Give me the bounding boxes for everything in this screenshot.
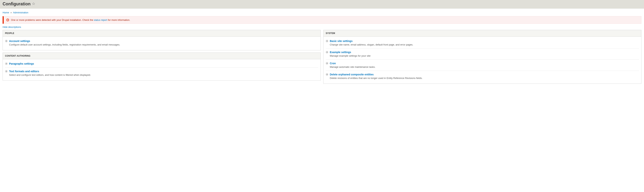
status-report-link[interactable]: status report bbox=[94, 19, 107, 21]
error-prefix: One or more problems were detected with … bbox=[11, 19, 94, 21]
chevron-right-icon bbox=[326, 62, 328, 65]
left-column: PEOPLEAccount settingsConfigure default … bbox=[2, 30, 321, 81]
content-area: Home » Administration ✕ One or more prob… bbox=[0, 9, 644, 86]
panels-container: PEOPLEAccount settingsConfigure default … bbox=[2, 30, 642, 84]
error-suffix: for more information. bbox=[107, 19, 130, 21]
config-item-desc: Delete revisions of entities that are no… bbox=[330, 77, 639, 79]
hide-descriptions-link[interactable]: Hide descriptions bbox=[2, 26, 21, 28]
panel-header: CONTENT AUTHORING bbox=[3, 53, 320, 59]
config-item: CronManage automatic site maintenance ta… bbox=[326, 59, 639, 71]
error-icon: ✕ bbox=[6, 19, 9, 21]
config-item: Delete orphaned composite entitiesDelete… bbox=[326, 71, 639, 82]
panel-body: Basic site settingsChange site name, ema… bbox=[324, 37, 641, 84]
breadcrumb-sep: » bbox=[10, 11, 12, 14]
config-item: Account settingsConfigure default user a… bbox=[5, 37, 318, 48]
item-title-row: Paragraphs settings bbox=[5, 62, 318, 65]
panel-header: SYSTEM bbox=[324, 30, 641, 37]
star-icon[interactable] bbox=[32, 2, 35, 6]
chevron-right-icon bbox=[5, 40, 8, 42]
item-title-row: Text formats and editors bbox=[5, 70, 318, 73]
config-item-link[interactable]: Text formats and editors bbox=[9, 70, 39, 73]
page-header: Configuration bbox=[0, 0, 644, 9]
config-item-desc: Select and configure text editors, and h… bbox=[9, 74, 318, 76]
config-item-link[interactable]: Basic site settings bbox=[330, 40, 352, 43]
chevron-right-icon bbox=[5, 62, 8, 65]
svg-marker-0 bbox=[32, 3, 35, 5]
config-item-link[interactable]: Paragraphs settings bbox=[9, 62, 34, 65]
config-item: Paragraphs settings bbox=[5, 60, 318, 67]
config-item-link[interactable]: Example settings bbox=[330, 51, 351, 54]
config-item-link[interactable]: Account settings bbox=[9, 40, 30, 43]
item-title-row: Cron bbox=[326, 62, 639, 65]
config-panel: SYSTEMBasic site settingsChange site nam… bbox=[323, 30, 642, 84]
config-item-link[interactable]: Delete orphaned composite entities bbox=[330, 73, 374, 76]
panel-body: Account settingsConfigure default user a… bbox=[3, 37, 320, 50]
config-item-desc: Change site name, email address, slogan,… bbox=[330, 43, 639, 46]
chevron-right-icon bbox=[326, 73, 328, 76]
config-item-link[interactable]: Cron bbox=[330, 62, 336, 65]
config-item: Text formats and editorsSelect and confi… bbox=[5, 67, 318, 79]
chevron-right-icon bbox=[5, 70, 8, 73]
panel-header: PEOPLE bbox=[3, 30, 320, 37]
breadcrumb-admin[interactable]: Administration bbox=[13, 11, 28, 14]
panel-body: Paragraphs settingsText formats and edit… bbox=[3, 59, 320, 80]
config-panel: PEOPLEAccount settingsConfigure default … bbox=[2, 30, 321, 50]
page-title: Configuration bbox=[2, 2, 30, 7]
breadcrumb-home[interactable]: Home bbox=[2, 11, 9, 14]
item-title-row: Delete orphaned composite entities bbox=[326, 73, 639, 76]
chevron-right-icon bbox=[326, 51, 328, 54]
item-title-row: Basic site settings bbox=[326, 40, 639, 43]
config-item-desc: Manage automatic site maintenance tasks. bbox=[330, 66, 639, 68]
config-item-desc: Configure default user account settings,… bbox=[9, 43, 318, 46]
breadcrumb: Home » Administration bbox=[2, 11, 642, 14]
right-column: SYSTEMBasic site settingsChange site nam… bbox=[323, 30, 642, 84]
config-item: Basic site settingsChange site name, ema… bbox=[326, 37, 639, 48]
error-message: ✕ One or more problems were detected wit… bbox=[2, 16, 642, 24]
item-title-row: Account settings bbox=[5, 40, 318, 43]
item-title-row: Example settings bbox=[326, 51, 639, 54]
error-text: One or more problems were detected with … bbox=[11, 19, 130, 21]
chevron-right-icon bbox=[326, 40, 328, 42]
config-panel: CONTENT AUTHORINGParagraphs settingsText… bbox=[2, 53, 321, 81]
config-item: Example settingsManage example settings … bbox=[326, 48, 639, 59]
config-item-desc: Manage example settings for your site bbox=[330, 54, 639, 57]
